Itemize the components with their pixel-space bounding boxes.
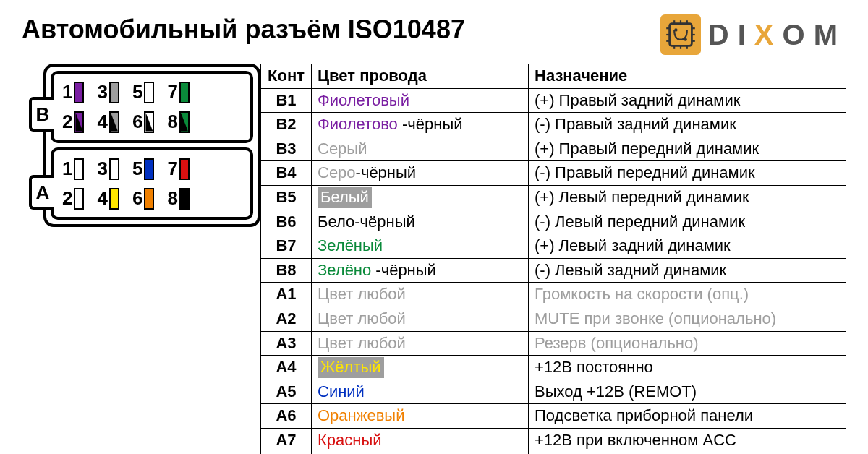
table-row: A3Цвет любойРезерв (опционально) (261, 331, 846, 356)
header-color: Цвет провода (312, 64, 529, 89)
connector-pin: 5 (132, 81, 154, 103)
connector-pin: 2 (62, 187, 84, 210)
cell-color: Цвет любой (312, 283, 529, 307)
cell-pin: B5 (261, 185, 312, 210)
cell-color: Зелёный (312, 234, 529, 259)
connector-pin: 7 (167, 158, 189, 180)
page-title: Автомобильный разъём ISO10487 (22, 14, 465, 45)
connector-pin: 1 (62, 81, 84, 103)
connector-label-a: A (29, 175, 54, 210)
cell-color: Цвет любой (312, 307, 529, 331)
table-row: B2Фиолетово -чёрный(-) Правый задний дин… (261, 113, 846, 137)
cell-function: Резерв (опционально) (529, 331, 846, 356)
cell-function: +12B при включенном ACC (529, 428, 846, 453)
connector-pin: 3 (97, 81, 119, 103)
connector-pin: 8 (167, 187, 189, 210)
table-row: B1Фиолетовый(+) Правый задний динамик (261, 88, 846, 113)
cell-color: Жёлтый (312, 356, 529, 380)
table-row: B7Зелёный(+) Левый задний динамик (261, 234, 846, 259)
header-pin: Конт (261, 64, 312, 89)
cell-pin: A1 (261, 283, 312, 307)
connector-pin: 3 (97, 158, 119, 180)
brand-text: DIXOM (708, 19, 846, 51)
cell-color: Серый (312, 137, 529, 161)
cell-function: (-) Правый передний динамик (529, 161, 846, 186)
cell-pin: A3 (261, 331, 312, 356)
cell-color: Бело-чёрный (312, 210, 529, 234)
cell-pin: A2 (261, 307, 312, 331)
cell-function: (-) Левый задний динамик (529, 258, 846, 283)
connector-diagram: B 13572468 A 13572468 (43, 64, 260, 227)
connector-pin: 6 (132, 111, 154, 133)
table-row: A2Цвет любойMUTE при звонке (опционально… (261, 307, 846, 331)
cell-function: (+) Правый передний динамик (529, 137, 846, 161)
pinout-table: Конт Цвет провода Назначение B1Фиолетовы… (260, 64, 846, 454)
cell-pin: B4 (261, 161, 312, 186)
svg-rect-0 (669, 24, 692, 46)
cell-color: Красный (312, 428, 529, 453)
cell-color: Фиолетово -чёрный (312, 113, 529, 137)
table-row: A1Цвет любойГромкость на скорости (опц.) (261, 283, 846, 307)
cell-pin: B8 (261, 258, 312, 283)
table-row: B3Серый(+) Правый передний динамик (261, 137, 846, 161)
cell-function: (+) Правый задний динамик (529, 88, 846, 113)
connector-pin: 6 (132, 187, 154, 210)
connector-pin: 5 (132, 158, 154, 180)
cell-function: Громкость на скорости (опц.) (529, 283, 846, 307)
cell-function: +12В постоянно (529, 356, 846, 380)
cell-color: Синий (312, 380, 529, 404)
table-row: A7Красный+12B при включенном ACC (261, 428, 846, 453)
cell-function: (-) Левый передний динамик (529, 210, 846, 234)
cell-function: (+) Левый передний динамик (529, 185, 846, 210)
connector-pin: 4 (97, 111, 119, 133)
cell-color: Зелёно -чёрный (312, 258, 529, 283)
cell-pin: B7 (261, 234, 312, 259)
cell-color: Оранжевый (312, 404, 529, 429)
table-row: A5СинийВыход +12B (REMOT) (261, 380, 846, 404)
cell-pin: A5 (261, 380, 312, 404)
cell-pin: A6 (261, 404, 312, 429)
cell-function: MUTE при звонке (опционально) (529, 307, 846, 331)
cell-pin: B2 (261, 113, 312, 137)
cell-pin: B3 (261, 137, 312, 161)
cell-function: Подсветка приборной панели (529, 404, 846, 429)
connector-pin: 4 (97, 187, 119, 210)
connector-label-b: B (29, 97, 54, 132)
cell-function: Выход +12B (REMOT) (529, 380, 846, 404)
cell-function: (+) Левый задний динамик (529, 234, 846, 259)
chip-icon (660, 14, 701, 55)
table-row: A6ОранжевыйПодсветка приборной панели (261, 404, 846, 429)
cell-color: Белый (312, 185, 529, 210)
table-row: A4Жёлтый+12В постоянно (261, 356, 846, 380)
table-row: B6Бело-чёрный(-) Левый передний динамик (261, 210, 846, 234)
cell-pin: B6 (261, 210, 312, 234)
table-row: B4Серо-чёрный(-) Правый передний динамик (261, 161, 846, 186)
cell-color: Серо-чёрный (312, 161, 529, 186)
table-header-row: Конт Цвет провода Назначение (261, 64, 846, 89)
connector-pin: 2 (62, 111, 84, 133)
cell-color: Фиолетовый (312, 88, 529, 113)
connector-block-b: B 13572468 (51, 71, 253, 143)
cell-pin: B1 (261, 88, 312, 113)
connector-block-a: A 13572468 (51, 147, 253, 220)
cell-color: Цвет любой (312, 331, 529, 356)
connector-pin: 1 (62, 158, 84, 180)
svg-point-14 (684, 38, 686, 40)
svg-point-13 (674, 28, 677, 31)
cell-pin: A4 (261, 356, 312, 380)
cell-pin: A7 (261, 428, 312, 453)
table-row: B5Белый(+) Левый передний динамик (261, 185, 846, 210)
cell-function: (-) Правый задний динамик (529, 113, 846, 137)
table-row: B8Зелёно -чёрный(-) Левый задний динамик (261, 258, 846, 283)
connector-pin: 8 (167, 111, 189, 133)
brand-logo: DIXOM (660, 14, 846, 55)
connector-pin: 7 (167, 81, 189, 103)
header-func: Назначение (529, 64, 846, 89)
